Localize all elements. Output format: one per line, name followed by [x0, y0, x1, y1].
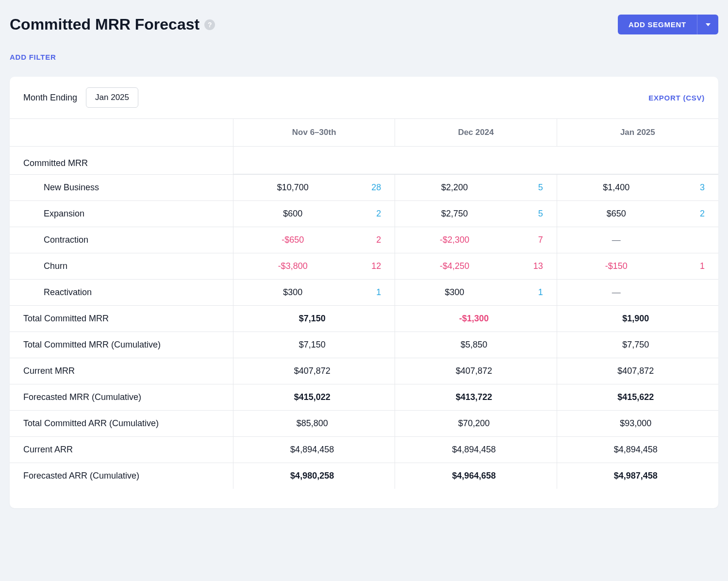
- value-text: -$1,300: [405, 314, 543, 324]
- cell-total-committed-mrr-c1: $7,150: [233, 305, 395, 332]
- value-text: $600: [243, 209, 342, 219]
- value-text: —: [567, 235, 666, 245]
- count-text[interactable]: 7: [504, 235, 543, 245]
- count-text[interactable]: 12: [342, 261, 381, 271]
- value-text: $85,800: [243, 418, 381, 429]
- add-segment-button[interactable]: ADD SEGMENT: [618, 15, 697, 34]
- value-text: -$3,800: [243, 261, 342, 271]
- cell-current-arr-c1: $4,894,458: [233, 436, 395, 463]
- cell-current-mrr-c3: $407,872: [557, 358, 718, 384]
- value-text: —: [567, 287, 666, 298]
- value-text: $4,894,458: [405, 445, 543, 455]
- cell-total-committed-arr-cum-c1: $85,800: [233, 410, 395, 436]
- table-header-col2: Dec 2024: [395, 119, 556, 147]
- row-label-total-committed-arr-cum: Total Committed ARR (Cumulative): [10, 410, 233, 436]
- value-text: $413,722: [405, 392, 543, 402]
- value-text: $10,700: [243, 183, 342, 193]
- value-text: $7,150: [243, 314, 381, 324]
- row-label-contraction: Contraction: [10, 227, 233, 253]
- cell-reactivation-c1: $300 1: [233, 279, 395, 305]
- cell-total-committed-arr-cum-c2: $70,200: [395, 410, 556, 436]
- row-label-current-mrr: Current MRR: [10, 358, 233, 384]
- cell-contraction-c1: -$650 2: [233, 227, 395, 253]
- value-text: -$650: [243, 235, 342, 245]
- count-link[interactable]: 1: [504, 287, 543, 298]
- value-text: -$150: [567, 261, 666, 271]
- value-text: $93,000: [567, 418, 705, 429]
- cell-forecasted-arr-cum-c3: $4,987,458: [557, 463, 718, 489]
- row-label-expansion: Expansion: [10, 200, 233, 227]
- month-ending-select[interactable]: Jan 2025: [86, 87, 138, 108]
- row-label-new-business: New Business: [10, 174, 233, 200]
- value-text: $415,622: [567, 392, 705, 402]
- cell-forecasted-arr-cum-c2: $4,964,658: [395, 463, 556, 489]
- cell-churn-c1: -$3,800 12: [233, 253, 395, 279]
- table-header-blank: [10, 119, 233, 147]
- cell-new-business-c2: $2,200 5: [395, 174, 556, 200]
- cell-current-mrr-c2: $407,872: [395, 358, 556, 384]
- count-link[interactable]: 2: [666, 209, 705, 219]
- month-ending-label: Month Ending: [23, 93, 77, 103]
- count-link[interactable]: 28: [342, 183, 381, 193]
- cell-new-business-c1: $10,700 28: [233, 174, 395, 200]
- row-label-forecasted-mrr-cum: Forecasted MRR (Cumulative): [10, 384, 233, 410]
- help-icon[interactable]: ?: [204, 19, 215, 30]
- page-title: Committed MRR Forecast: [10, 16, 199, 33]
- cell-new-business-c3: $1,400 3: [557, 174, 718, 200]
- count-link[interactable]: 5: [504, 209, 543, 219]
- cell-forecasted-mrr-cum-c2: $413,722: [395, 384, 556, 410]
- cell-current-arr-c2: $4,894,458: [395, 436, 556, 463]
- value-text: $407,872: [243, 366, 381, 376]
- value-text: $4,894,458: [243, 445, 381, 455]
- cell-contraction-c2: -$2,300 7: [395, 227, 556, 253]
- row-label-churn: Churn: [10, 253, 233, 279]
- row-label-reactivation: Reactivation: [10, 279, 233, 305]
- value-text: $4,894,458: [567, 445, 705, 455]
- count-text[interactable]: 13: [504, 261, 543, 271]
- cell-current-arr-c3: $4,894,458: [557, 436, 718, 463]
- table-bottom-padding: [10, 489, 718, 508]
- cell-current-mrr-c1: $407,872: [233, 358, 395, 384]
- count-link[interactable]: 3: [666, 183, 705, 193]
- row-label-total-committed-mrr-cum: Total Committed MRR (Cumulative): [10, 332, 233, 358]
- cell-total-committed-arr-cum-c3: $93,000: [557, 410, 718, 436]
- forecast-table: Nov 6–30th Dec 2024 Jan 2025 Committed M…: [10, 119, 718, 508]
- value-text: $4,987,458: [567, 471, 705, 481]
- value-text: $300: [243, 287, 342, 298]
- count-text[interactable]: 2: [342, 235, 381, 245]
- value-text: -$2,300: [405, 235, 504, 245]
- count-link[interactable]: 1: [342, 287, 381, 298]
- cell-expansion-c3: $650 2: [557, 200, 718, 227]
- add-segment-dropdown[interactable]: [697, 15, 718, 34]
- value-text: $70,200: [405, 418, 543, 429]
- row-label-current-arr: Current ARR: [10, 436, 233, 463]
- count-link[interactable]: 5: [504, 183, 543, 193]
- value-text: $5,850: [405, 340, 543, 350]
- add-segment-group: ADD SEGMENT: [618, 15, 718, 34]
- cell-total-committed-mrr-cum-c3: $7,750: [557, 332, 718, 358]
- value-text: $1,400: [567, 183, 666, 193]
- cell-reactivation-c3: —: [557, 279, 718, 305]
- table-header-col3: Jan 2025: [557, 119, 718, 147]
- row-label-total-committed-mrr: Total Committed MRR: [10, 305, 233, 332]
- count-text[interactable]: 1: [666, 261, 705, 271]
- count-link[interactable]: 2: [342, 209, 381, 219]
- cell-reactivation-c2: $300 1: [395, 279, 556, 305]
- value-text: -$4,250: [405, 261, 504, 271]
- cell-contraction-c3: —: [557, 227, 718, 253]
- add-filter-button[interactable]: ADD FILTER: [10, 53, 56, 61]
- forecast-card: Month Ending Jan 2025 EXPORT (CSV) Nov 6…: [10, 77, 718, 508]
- export-csv-button[interactable]: EXPORT (CSV): [648, 94, 705, 102]
- section-label-committed-mrr: Committed MRR: [10, 147, 233, 174]
- value-text: $2,200: [405, 183, 504, 193]
- cell-expansion-c2: $2,750 5: [395, 200, 556, 227]
- value-text: $407,872: [405, 366, 543, 376]
- value-text: $1,900: [567, 314, 705, 324]
- cell-forecasted-mrr-cum-c1: $415,022: [233, 384, 395, 410]
- cell-churn-c3: -$150 1: [557, 253, 718, 279]
- value-text: $7,150: [243, 340, 381, 350]
- value-text: $650: [567, 209, 666, 219]
- value-text: $407,872: [567, 366, 705, 376]
- cell-churn-c2: -$4,250 13: [395, 253, 556, 279]
- value-text: $4,964,658: [405, 471, 543, 481]
